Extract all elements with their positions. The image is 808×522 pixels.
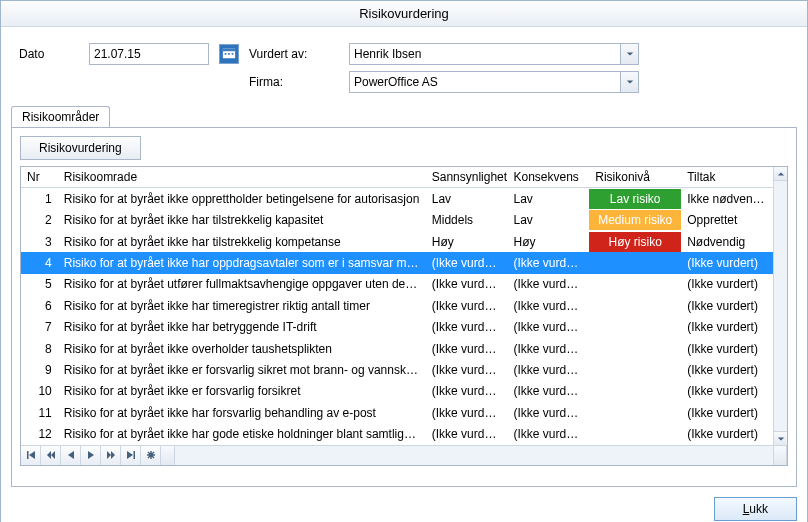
table-row[interactable]: 3Risiko for at byrået ikke har tilstrekk… xyxy=(21,231,773,252)
nav-prev-page-button[interactable] xyxy=(41,446,61,465)
cell-konsekvens: Lav xyxy=(507,188,589,210)
cell-nr: 12 xyxy=(21,424,58,446)
hscroll-track[interactable] xyxy=(175,446,773,465)
table-row[interactable]: 5Risiko for at byrået utfører fullmaktsa… xyxy=(21,274,773,295)
cell-tiltak: (Ikke vurdert) xyxy=(681,381,773,402)
calendar-icon xyxy=(222,46,236,63)
table-row[interactable]: 11Risiko for at byrået ikke har forsvarl… xyxy=(21,402,773,423)
tab-risikoomrader[interactable]: Risikoområder xyxy=(11,106,110,127)
cell-risikoomrade: Risiko for at byrået ikke er forsvarlig … xyxy=(58,381,426,402)
cell-konsekvens: Lav xyxy=(507,209,589,230)
cell-konsekvens: (Ikke vurdert) xyxy=(507,316,589,337)
cell-risikoomrade: Risiko for at byrået ikke har betryggend… xyxy=(58,316,426,337)
cell-risikoomrade: Risiko for at byrået ikke har tilstrekke… xyxy=(58,231,426,252)
firma-combo[interactable] xyxy=(349,71,639,93)
close-button[interactable]: Lukk xyxy=(714,497,797,521)
table-row[interactable]: 2Risiko for at byrået ikke har tilstrekk… xyxy=(21,209,773,230)
nav-last-button[interactable] xyxy=(121,446,141,465)
table-row[interactable]: 8Risiko for at byrået ikke overholder ta… xyxy=(21,338,773,359)
vertical-scrollbar[interactable] xyxy=(773,167,787,445)
date-input[interactable] xyxy=(89,43,209,65)
cell-tiltak: (Ikke vurdert) xyxy=(681,274,773,295)
cell-tiltak: (Ikke vurdert) xyxy=(681,402,773,423)
dialog-footer: Lukk xyxy=(1,487,807,522)
table-row[interactable]: 9Risiko for at byrået ikke er forsvarlig… xyxy=(21,359,773,380)
cell-tiltak: (Ikke vurdert) xyxy=(681,316,773,337)
table-row[interactable]: 6Risiko for at byrået ikke har timeregis… xyxy=(21,295,773,316)
table-row[interactable]: 4Risiko for at byrået ikke har oppdragsa… xyxy=(21,252,773,273)
cell-konsekvens: Høy xyxy=(507,231,589,252)
cell-risikoomrade: Risiko for at byrået ikke har forsvarlig… xyxy=(58,402,426,423)
chevron-up-icon xyxy=(777,167,785,181)
cell-nr: 5 xyxy=(21,274,58,295)
table-row[interactable]: 7Risiko for at byrået ikke har betryggen… xyxy=(21,316,773,337)
cell-konsekvens: (Ikke vurdert) xyxy=(507,424,589,446)
cell-nr: 9 xyxy=(21,359,58,380)
table-row[interactable]: 12Risiko for at byrået ikke har gode eti… xyxy=(21,424,773,446)
cell-risikoniva xyxy=(589,381,681,402)
scroll-down-button[interactable] xyxy=(774,431,787,445)
tab-panel: Risikovurdering Nr Risikoomrade Sannsynl… xyxy=(11,127,797,487)
tabstrip: Risikoområder xyxy=(11,105,797,127)
cell-risikoniva: Medium risiko xyxy=(589,209,681,230)
vurdert-av-dropdown-button[interactable] xyxy=(620,44,638,64)
nav-prev-button[interactable] xyxy=(61,446,81,465)
chevron-down-icon xyxy=(777,432,785,446)
next-page-icon xyxy=(106,449,116,463)
col-header-sann[interactable]: Sannsynlighet xyxy=(426,167,508,188)
cell-konsekvens: (Ikke vurdert) xyxy=(507,274,589,295)
toolbar: Risikovurdering xyxy=(20,136,788,160)
cell-konsekvens: (Ikke vurdert) xyxy=(507,402,589,423)
cell-risikoniva xyxy=(589,316,681,337)
col-header-nr[interactable]: Nr xyxy=(21,167,58,188)
hscroll-right-button[interactable] xyxy=(773,446,787,465)
cell-risikoniva xyxy=(589,252,681,273)
cell-risikoomrade: Risiko for at byrået ikke har oppdragsav… xyxy=(58,252,426,273)
col-header-niva[interactable]: Risikonivå xyxy=(589,167,681,188)
svg-rect-3 xyxy=(228,53,230,55)
cell-risikoomrade: Risiko for at byrået utfører fullmaktsav… xyxy=(58,274,426,295)
col-header-kons[interactable]: Konsekvens xyxy=(507,167,589,188)
svg-rect-4 xyxy=(232,53,234,55)
cell-tiltak: (Ikke vurdert) xyxy=(681,359,773,380)
firma-dropdown-button[interactable] xyxy=(620,72,638,92)
chevron-down-icon xyxy=(626,47,634,61)
firma-input[interactable] xyxy=(349,71,639,93)
svg-rect-2 xyxy=(225,53,227,55)
prev-icon xyxy=(66,449,76,463)
svg-rect-1 xyxy=(223,48,235,51)
cell-sannsynlighet: (Ikke vurdert) xyxy=(426,359,508,380)
cell-konsekvens: (Ikke vurdert) xyxy=(507,359,589,380)
table-row[interactable]: 10Risiko for at byrået ikke er forsvarli… xyxy=(21,381,773,402)
col-header-tiltak[interactable]: Tiltak xyxy=(681,167,773,188)
vurdert-av-input[interactable] xyxy=(349,43,639,65)
first-icon xyxy=(26,449,36,463)
cell-nr: 8 xyxy=(21,338,58,359)
nav-next-page-button[interactable] xyxy=(101,446,121,465)
cell-risikoomrade: Risiko for at byrået ikke opprettholder … xyxy=(58,188,426,210)
last-icon xyxy=(126,449,136,463)
dialog-window: Risikovurdering Dato Vurdert av: Firma: xyxy=(0,0,808,522)
scroll-up-button[interactable] xyxy=(774,167,787,181)
vurdert-av-combo[interactable] xyxy=(349,43,639,65)
cell-konsekvens: (Ikke vurdert) xyxy=(507,338,589,359)
cell-konsekvens: (Ikke vurdert) xyxy=(507,295,589,316)
nav-next-button[interactable] xyxy=(81,446,101,465)
nav-add-button[interactable] xyxy=(141,446,161,465)
nav-first-button[interactable] xyxy=(21,446,41,465)
cell-risikoniva xyxy=(589,295,681,316)
risikovurdering-button[interactable]: Risikovurdering xyxy=(20,136,141,160)
calendar-button[interactable] xyxy=(219,44,239,64)
grid-table[interactable]: Nr Risikoomrade Sannsynlighet Konsekvens… xyxy=(21,167,773,445)
next-icon xyxy=(86,449,96,463)
table-row[interactable]: 1Risiko for at byrået ikke opprettholder… xyxy=(21,188,773,210)
cell-sannsynlighet: (Ikke vurdert) xyxy=(426,381,508,402)
prev-page-icon xyxy=(46,449,56,463)
col-header-omrade[interactable]: Risikoomrade xyxy=(58,167,426,188)
cell-sannsynlighet: Lav xyxy=(426,188,508,210)
grid-navigator xyxy=(21,445,787,465)
cell-risikoniva xyxy=(589,274,681,295)
hscroll-left-button[interactable] xyxy=(161,446,175,465)
cell-tiltak: (Ikke vurdert) xyxy=(681,252,773,273)
cell-risikoniva xyxy=(589,338,681,359)
